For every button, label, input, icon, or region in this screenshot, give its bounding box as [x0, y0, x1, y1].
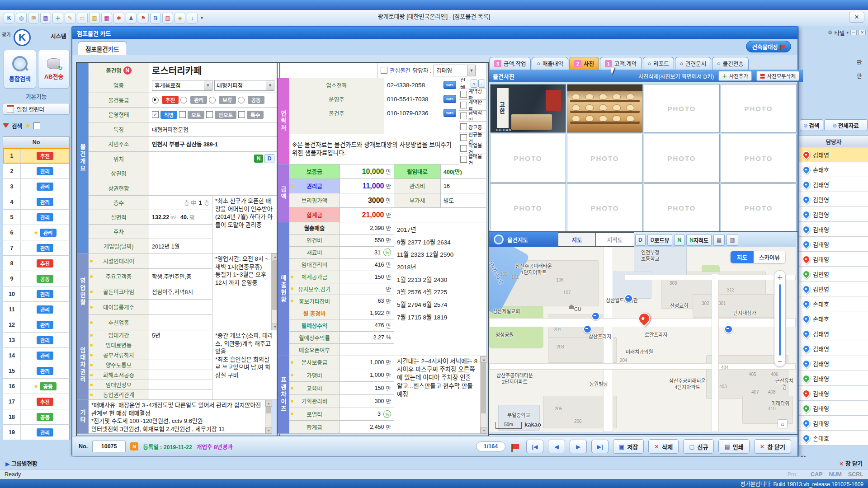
- price-value[interactable]: 11,000만: [340, 179, 394, 193]
- manager-row[interactable]: 김태영: [799, 371, 868, 386]
- bus-stop-icon[interactable]: [583, 325, 592, 333]
- list-row[interactable]: 15관리: [3, 363, 70, 379]
- memo-icon[interactable]: ▭: [77, 13, 88, 23]
- franchise-value[interactable]: 3%: [340, 408, 394, 421]
- manager-row[interactable]: 손태호: [799, 162, 868, 177]
- sales-value[interactable]: [340, 344, 394, 356]
- close-window-button[interactable]: ✕ 창 닫기: [839, 459, 863, 468]
- record-no-value[interactable]: 10075: [92, 441, 126, 452]
- franchise-value[interactable]: 1,000만: [340, 369, 394, 382]
- field-value[interactable]: [149, 340, 212, 350]
- list-row[interactable]: 19관리: [3, 425, 70, 440]
- interest-checkbox[interactable]: [381, 67, 387, 74]
- scroll-thumb[interactable]: [272, 260, 277, 310]
- operation-check-반오토[interactable]: [206, 111, 213, 118]
- price-value[interactable]: 10,000만: [340, 164, 394, 179]
- system-tab[interactable]: 시스템: [51, 32, 71, 40]
- tab-금액.작업[interactable]: 3금액.작업: [489, 57, 531, 70]
- nav-first-button[interactable]: |◀: [526, 440, 543, 453]
- toggle-map[interactable]: 지도: [731, 251, 754, 263]
- building-ledger-button[interactable]: 건축물대장: [746, 41, 791, 52]
- sales-value[interactable]: 31%: [340, 247, 394, 259]
- manager-row[interactable]: 김태영: [799, 147, 868, 162]
- photo-cell[interactable]: PHOTO: [644, 183, 720, 232]
- globe-icon[interactable]: ◍: [16, 13, 27, 23]
- sales-value[interactable]: 2,398만: [340, 222, 394, 235]
- manager-row[interactable]: 김태영: [799, 252, 868, 267]
- photo-cell[interactable]: PHOTO: [644, 84, 720, 133]
- price-sub-value[interactable]: 별도: [441, 193, 486, 208]
- bus-stop-icon[interactable]: [591, 312, 600, 320]
- franchise-value[interactable]: 150만: [340, 382, 394, 395]
- field-value[interactable]: [149, 300, 212, 315]
- tab-관련문서[interactable]: ○관련문서: [675, 57, 712, 70]
- map-tab-map[interactable]: 지도: [558, 232, 596, 247]
- scrollbar[interactable]: ▲▼: [265, 400, 271, 434]
- category-dropdown-2[interactable]: 대형커피점▼: [214, 80, 275, 91]
- notebook-icon[interactable]: ▤: [40, 13, 51, 23]
- photo-cell[interactable]: PHOTO: [721, 183, 797, 232]
- manager-dropdown[interactable]: 김태영▼: [434, 65, 476, 76]
- tab-고객.계약[interactable]: 1고객.계약: [600, 57, 642, 70]
- scrollbar[interactable]: ▲▼: [480, 356, 486, 434]
- grade-radio-관리[interactable]: [180, 97, 187, 103]
- chevron-down-icon[interactable]: ▼: [266, 80, 274, 90]
- scroll-up-icon[interactable]: ▲: [265, 400, 272, 407]
- floor-value[interactable]: 층 中1층: [149, 196, 212, 210]
- flag-icon[interactable]: ⚑: [138, 13, 149, 23]
- list-row[interactable]: 6★관리: [3, 225, 70, 240]
- list-row[interactable]: 5관리: [3, 210, 70, 225]
- operation-check-직영[interactable]: ✓: [152, 111, 159, 118]
- field-value[interactable]: 인천시 부평구 삼산동 389-1: [149, 137, 278, 152]
- field-value[interactable]: [149, 225, 212, 239]
- list-row[interactable]: 10관리: [3, 286, 70, 302]
- scroll-down-icon[interactable]: ▼: [481, 427, 487, 434]
- scroll-up-icon[interactable]: ▲: [481, 356, 487, 363]
- bus-stop-icon[interactable]: [724, 325, 733, 333]
- manager-row[interactable]: 김민영: [799, 267, 868, 282]
- photo-cell[interactable]: PHOTO: [644, 134, 720, 183]
- manager-row[interactable]: 김민영: [799, 207, 868, 222]
- add-icon[interactable]: ＋: [52, 13, 63, 23]
- operation-check-오토[interactable]: [179, 111, 186, 118]
- memo-lease-notes[interactable]: *중간 개보수(소파, 테라스, 외관등)계속 해주고 있음 *최초 흡연실은 …: [212, 330, 278, 400]
- n-map-button[interactable]: N: [254, 155, 263, 163]
- d-button[interactable]: D: [635, 234, 646, 246]
- sales-value[interactable]: 550만: [340, 235, 394, 247]
- price-sub-value[interactable]: 16: [441, 179, 486, 193]
- list-row[interactable]: 16★공동: [3, 379, 70, 394]
- contact-value[interactable]: 010-5541-7038SMS: [384, 92, 459, 106]
- mail-icon[interactable]: ✉: [28, 13, 39, 23]
- checkbox-계약상황[interactable]: [460, 91, 467, 98]
- manager-row[interactable]: 손태호: [799, 296, 868, 311]
- memo-open-history[interactable]: *최초 친구가 오픈한 매장을 어머님이 인수받아 (2014년 7월) 하다가…: [212, 196, 278, 253]
- manager-row[interactable]: 김민영: [799, 192, 868, 207]
- close-icon[interactable]: ✕: [849, 12, 864, 23]
- header-checkbox[interactable]: [33, 122, 40, 129]
- sms-button[interactable]: SMS: [443, 109, 456, 117]
- list-row[interactable]: 11관리: [3, 302, 70, 317]
- field-value[interactable]: [149, 166, 278, 181]
- nav-prev-button[interactable]: ◀: [548, 440, 565, 453]
- manager-row[interactable]: 김태영: [799, 401, 868, 416]
- list-row[interactable]: 18공동: [3, 409, 70, 425]
- list-row[interactable]: 13관리: [3, 333, 70, 348]
- tab-리포트[interactable]: ○리포트: [643, 57, 674, 70]
- scroll-thumb[interactable]: [266, 407, 271, 413]
- field-value[interactable]: 학생,주변주민,충: [149, 269, 212, 284]
- memo-business-hours[interactable]: *영업시간: 오전 8시 ~ 새벽 1시(연중무휴) 동절기 1~3월은 오후 …: [212, 253, 278, 330]
- manager-row[interactable]: 김태영: [799, 177, 868, 192]
- checkbox-작업물건[interactable]: [460, 145, 467, 152]
- property-name-value[interactable]: 로스터리카페: [149, 63, 378, 78]
- franchise-value[interactable]: 300만: [340, 395, 394, 408]
- chevron-down-icon[interactable]: ▼: [204, 80, 212, 90]
- field-value[interactable]: [149, 390, 212, 400]
- checkbox-계약완료[interactable]: [460, 102, 467, 108]
- save-button[interactable]: ▣저장: [613, 439, 644, 454]
- lock-icon[interactable]: ◈: [175, 13, 185, 23]
- print-icon[interactable]: ▤: [713, 234, 725, 246]
- photo-cell[interactable]: PHOTO: [721, 84, 797, 133]
- sales-value[interactable]: 63만: [340, 295, 394, 307]
- grade-radio-공동[interactable]: [238, 97, 245, 103]
- list-row[interactable]: 4관리: [3, 194, 70, 210]
